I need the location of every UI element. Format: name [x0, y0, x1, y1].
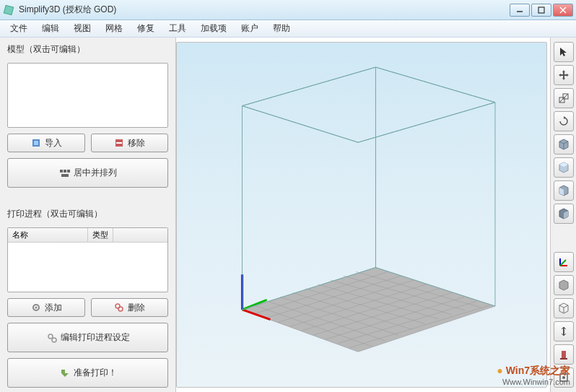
- print-icon: [59, 367, 71, 379]
- menu-addons[interactable]: 加载项: [193, 22, 234, 35]
- menu-help[interactable]: 帮助: [266, 22, 297, 35]
- right-toolbar: [550, 38, 576, 392]
- models-panel-label: 模型（双击可编辑）: [7, 42, 168, 57]
- build-volume-cube: [177, 43, 546, 387]
- svg-marker-44: [243, 67, 495, 142]
- process-list-header: 名称 类型: [8, 228, 167, 243]
- arrange-icon: [59, 167, 71, 179]
- remove-button[interactable]: 移除: [91, 134, 169, 152]
- prepare-print-button[interactable]: 准备打印！: [7, 358, 168, 388]
- svg-rect-10: [60, 170, 63, 173]
- support-icon[interactable]: [554, 344, 574, 365]
- delete-process-button[interactable]: 删除: [91, 298, 169, 317]
- edit-process-button[interactable]: 编辑打印进程设定: [7, 323, 168, 352]
- svg-marker-63: [559, 280, 568, 290]
- menu-file[interactable]: 文件: [3, 22, 35, 35]
- sidebar: 模型（双击可编辑） 导入 移除 居中并排列 打印进程（双击可编辑） 名称 类型: [0, 38, 176, 392]
- import-button[interactable]: 导入: [7, 134, 85, 152]
- col-type[interactable]: 类型: [88, 228, 113, 242]
- svg-rect-12: [67, 170, 70, 173]
- import-icon: [30, 137, 42, 149]
- view-side-icon[interactable]: [554, 204, 574, 224]
- svg-line-49: [559, 94, 568, 103]
- view-top-icon[interactable]: [554, 157, 574, 178]
- crosssection-icon[interactable]: [554, 321, 574, 341]
- svg-line-62: [560, 260, 566, 266]
- close-button[interactable]: [553, 4, 573, 17]
- menu-repair[interactable]: 修复: [130, 22, 162, 35]
- menubar: 文件 编辑 视图 网格 修复 工具 加载项 账户 帮助: [0, 20, 576, 38]
- window-controls: [510, 4, 573, 17]
- app-icon: [3, 4, 14, 16]
- col-name[interactable]: 名称: [8, 228, 88, 242]
- svg-line-65: [559, 305, 564, 308]
- gear-delete-icon: [113, 302, 125, 313]
- move-tool[interactable]: [554, 65, 574, 85]
- gear-icon: [46, 332, 58, 344]
- svg-rect-11: [64, 170, 66, 173]
- view-front-icon[interactable]: [554, 180, 574, 201]
- import-label: 导入: [45, 137, 62, 149]
- wireframe-view-icon[interactable]: [554, 298, 574, 318]
- machine-control-icon[interactable]: [554, 367, 574, 388]
- svg-marker-20: [243, 268, 495, 352]
- remove-icon: [113, 137, 125, 149]
- menu-view[interactable]: 视图: [66, 22, 98, 35]
- menu-mesh[interactable]: 网格: [98, 22, 130, 35]
- svg-point-17: [118, 307, 123, 311]
- svg-marker-43: [375, 67, 494, 306]
- svg-rect-70: [560, 358, 567, 360]
- window-title: Simplify3D (授权给 GOD): [19, 4, 510, 16]
- svg-line-66: [564, 305, 568, 308]
- prepare-label: 准备打印！: [74, 367, 117, 379]
- remove-label: 移除: [128, 137, 145, 149]
- edit-label: 编辑打印进程设定: [61, 331, 130, 344]
- select-tool[interactable]: [554, 42, 574, 62]
- menu-edit[interactable]: 编辑: [35, 22, 66, 35]
- svg-rect-7: [34, 141, 38, 145]
- svg-rect-13: [61, 174, 69, 177]
- minimize-button[interactable]: [510, 4, 530, 17]
- svg-point-18: [48, 334, 53, 339]
- maximize-button[interactable]: [531, 4, 551, 17]
- menu-account[interactable]: 账户: [234, 22, 266, 35]
- rotate-tool[interactable]: [554, 111, 574, 131]
- process-list[interactable]: 名称 类型: [7, 227, 168, 292]
- process-panel-label: 打印进程（双击可编辑）: [7, 206, 168, 222]
- add-process-button[interactable]: 添加: [7, 298, 85, 317]
- scale-tool[interactable]: [554, 88, 574, 108]
- svg-marker-42: [243, 67, 376, 310]
- svg-line-45: [243, 106, 359, 143]
- center-label: 居中并排列: [74, 167, 117, 179]
- titlebar: Simplify3D (授权给 GOD): [0, 0, 576, 20]
- build-plate: [243, 268, 495, 352]
- svg-point-15: [35, 307, 37, 309]
- add-label: 添加: [45, 302, 62, 314]
- svg-point-72: [562, 376, 565, 379]
- menu-tools[interactable]: 工具: [162, 22, 193, 35]
- models-list[interactable]: [7, 63, 168, 128]
- delete-label: 删除: [128, 302, 145, 314]
- solid-view-icon[interactable]: [554, 275, 574, 295]
- svg-rect-69: [562, 351, 566, 358]
- svg-line-46: [358, 103, 495, 142]
- gear-add-icon: [30, 302, 42, 313]
- center-arrange-button[interactable]: 居中并排列: [7, 158, 168, 188]
- 3d-viewport[interactable]: [176, 42, 547, 388]
- svg-rect-3: [538, 7, 544, 13]
- view-iso-icon[interactable]: [554, 134, 574, 154]
- axis-widget-icon[interactable]: [554, 252, 574, 272]
- svg-point-19: [52, 338, 56, 342]
